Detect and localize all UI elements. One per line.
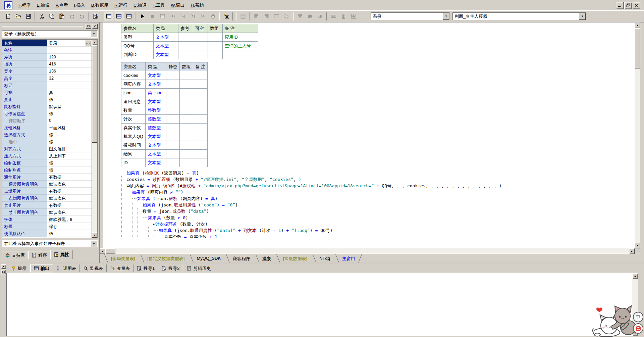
property-label[interactable]: 禁止图片透明色 — [2, 209, 47, 216]
property-value[interactable]: 默认底色 — [47, 181, 92, 188]
property-label[interactable]: 名称 — [2, 40, 47, 47]
param-name[interactable]: 判断ID — [121, 50, 154, 59]
property-value[interactable]: 416 — [47, 61, 92, 68]
module-tab[interactable]: [全局变量表] — [105, 254, 141, 263]
property-value[interactable]: 默认底色 — [47, 209, 92, 216]
var-remark[interactable] — [193, 132, 208, 141]
property-row[interactable]: 禁止图片透明色默认底色 — [2, 209, 92, 216]
property-label[interactable]: 鼠标指针 — [2, 103, 47, 110]
panel-restore-button[interactable] — [86, 24, 91, 29]
table-row[interactable]: 返回消息文本型 — [121, 97, 208, 106]
property-grid-scrollbar[interactable]: ▲▼ — [92, 40, 97, 238]
var-name[interactable]: cookies — [121, 71, 146, 80]
menu-item-R[interactable]: R.运行 — [111, 1, 130, 10]
window-layout-2-button[interactable] — [114, 12, 123, 21]
var-remark[interactable] — [193, 141, 208, 150]
table-row[interactable]: QQ号文本型查询的主人号 — [121, 42, 258, 50]
var-name[interactable]: 返回消息 — [121, 97, 146, 106]
property-label[interactable]: 选择框方式 — [2, 131, 47, 138]
property-row[interactable]: 点燃图片透明色默认底色 — [2, 195, 92, 202]
param-name[interactable]: 类型 — [121, 33, 154, 42]
code-line[interactable]: 如果真 (检测CK (返回消息) = 真) — [121, 170, 635, 176]
var-remark[interactable] — [193, 80, 208, 89]
param-array[interactable] — [208, 33, 223, 42]
property-label[interactable]: 禁止图片 — [2, 202, 47, 209]
output-tab-output[interactable]: 输出 — [30, 264, 53, 272]
property-row[interactable]: 标题保存 — [2, 223, 92, 230]
scroll-up-button[interactable]: ▲ — [632, 273, 638, 279]
var-name[interactable]: 数量 — [121, 106, 146, 115]
property-value[interactable]: 0 — [47, 117, 92, 124]
panel-close-button[interactable] — [1, 264, 6, 269]
var-name[interactable]: 授权时间 — [121, 141, 146, 150]
menu-item-F[interactable]: F.程序 — [15, 1, 34, 10]
module-tab[interactable]: MyQQ_SDK — [191, 254, 227, 263]
property-label[interactable]: 宽度 — [2, 68, 47, 75]
output-tab-calls[interactable]: 调用表 — [53, 264, 80, 272]
property-label[interactable]: 点燃图片透明色 — [2, 195, 47, 202]
output-tab-clip-history[interactable]: 剪辑历史 — [183, 264, 214, 272]
close-button[interactable] — [633, 2, 640, 9]
copy-button[interactable] — [47, 12, 56, 21]
property-row[interactable]: 禁止假 — [2, 96, 92, 103]
var-remark[interactable] — [193, 158, 208, 167]
property-label[interactable]: 使用默认色 — [2, 230, 47, 237]
property-row[interactable]: 标记 — [2, 82, 92, 89]
var-name[interactable]: ID — [121, 158, 146, 167]
property-value[interactable]: 120 — [47, 54, 92, 61]
table-row[interactable]: 类型文本型应用ID — [121, 33, 258, 42]
property-value[interactable]: 136 — [47, 68, 92, 75]
var-name[interactable]: json — [121, 89, 146, 97]
var-array[interactable] — [180, 158, 193, 167]
var-remark[interactable] — [193, 106, 208, 115]
var-static[interactable] — [166, 97, 180, 106]
property-label[interactable]: 选中 — [2, 138, 47, 145]
param-type[interactable]: 文本型 — [154, 50, 178, 59]
property-value[interactable]: 微软雅黑，9 — [47, 216, 92, 223]
param-type[interactable]: 文本型 — [154, 42, 178, 50]
property-value[interactable]: 假 — [47, 131, 92, 138]
editor-horizontal-scrollbar[interactable]: ◄► — [100, 248, 635, 254]
chevron-down-icon[interactable]: ▼ — [91, 240, 97, 247]
property-value[interactable]: 假 — [47, 166, 92, 174]
var-name[interactable]: 计次 — [121, 115, 146, 124]
property-row[interactable]: 通常图片透明色默认底色 — [2, 181, 92, 188]
property-row[interactable]: 宽度136 — [2, 68, 92, 75]
table-row[interactable]: 结果文本型 — [121, 150, 208, 158]
property-value[interactable]: 假 — [47, 230, 92, 237]
var-array[interactable] — [180, 80, 193, 89]
code-line[interactable]: 计次循环首 (数量, 计次) — [121, 221, 635, 227]
editor-vertical-scrollbar[interactable]: ▲▼ — [635, 22, 640, 248]
property-row[interactable]: 鼠标指针默认型 — [2, 103, 92, 110]
property-value[interactable]: 图文混排 — [47, 145, 92, 152]
property-label[interactable]: 点燃图片 — [2, 188, 47, 195]
scroll-left-button[interactable]: ◄ — [100, 248, 105, 254]
code-line[interactable]: 真实个数 = 真实个数 + 1 — [121, 234, 635, 238]
scroll-down-button[interactable]: ▼ — [92, 232, 97, 238]
code-lines[interactable]: 如果真 (检测CK (返回消息) = 真)cookies = 读配置项 (数据目… — [121, 170, 635, 238]
property-value[interactable]: 假 — [47, 110, 92, 117]
compile-bug-button[interactable] — [221, 12, 231, 21]
var-array[interactable] — [180, 150, 193, 158]
property-row[interactable]: 选择框方式假 — [2, 131, 92, 138]
property-value[interactable]: 假 — [47, 96, 92, 103]
param-name[interactable]: QQ号 — [121, 42, 154, 50]
scroll-down-button[interactable]: ▼ — [635, 243, 640, 248]
var-array[interactable] — [180, 97, 193, 106]
property-label[interactable]: 压入方式 — [2, 152, 47, 159]
property-value[interactable]: 假 — [47, 159, 92, 166]
param-nullable[interactable] — [193, 33, 208, 42]
var-remark[interactable] — [193, 124, 208, 132]
param-remark[interactable] — [223, 50, 258, 59]
code-line[interactable]: 如果真 (json.解析 (网页内容) = 真) — [121, 195, 635, 202]
editor-content[interactable]: 参数名类 型参考可空数组备 注类型文本型应用IDQQ号文本型查询的主人号判断ID… — [104, 22, 635, 248]
code-line[interactable]: 如果真 (网页内容 ≠ “”) — [121, 189, 635, 195]
property-value[interactable]: 保存 — [47, 223, 92, 230]
var-static[interactable] — [166, 106, 180, 115]
var-type[interactable]: 文本型 — [146, 71, 166, 80]
property-label[interactable]: 对齐方式 — [2, 145, 47, 152]
restore-button[interactable] — [624, 2, 632, 9]
var-array[interactable] — [180, 89, 193, 97]
var-name[interactable]: 结果 — [121, 150, 146, 158]
var-name[interactable]: 网页内容 — [121, 80, 146, 89]
